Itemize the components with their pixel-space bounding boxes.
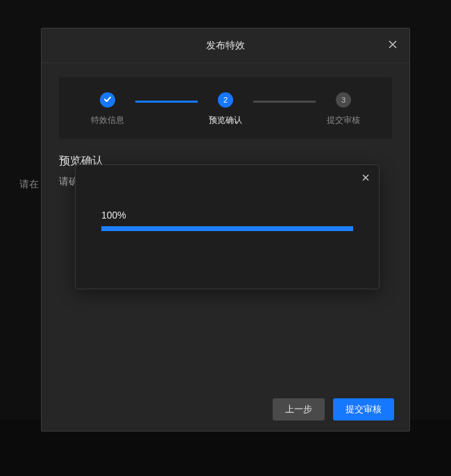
- close-icon: [361, 172, 370, 185]
- step-preview-confirm: 2 预览确认: [198, 92, 253, 126]
- step-3-circle: 3: [336, 92, 351, 108]
- progress-body: 100%: [84, 173, 371, 231]
- close-icon: [388, 40, 398, 52]
- step-2-number: 2: [223, 96, 228, 104]
- submit-review-button[interactable]: 提交审核: [333, 398, 394, 420]
- step-2-circle: 2: [218, 92, 233, 108]
- modal-footer: 上一步 提交审核: [42, 388, 409, 431]
- modal-title: 发布特效: [206, 40, 245, 52]
- modal-header: 发布特效: [42, 28, 409, 63]
- progress-modal: 100%: [75, 164, 380, 289]
- stepper: 特效信息 2 预览确认 3 提交审核: [80, 92, 371, 126]
- progress-bar: [101, 226, 353, 231]
- step-3-number: 3: [341, 96, 346, 104]
- stepper-connector-1: [135, 101, 198, 103]
- step-effect-info: 特效信息: [80, 92, 135, 126]
- progress-percent-label: 100%: [101, 210, 353, 221]
- progress-close-button[interactable]: [358, 171, 373, 186]
- close-button[interactable]: [383, 36, 402, 56]
- step-3-label: 提交审核: [327, 114, 360, 126]
- step-submit-review: 3 提交审核: [316, 92, 371, 126]
- prev-step-button[interactable]: 上一步: [273, 398, 325, 420]
- stepper-connector-2: [253, 101, 316, 103]
- step-2-label: 预览确认: [209, 114, 242, 126]
- step-1-circle: [100, 92, 115, 108]
- stepper-container: 特效信息 2 预览确认 3 提交审核: [59, 77, 392, 139]
- progress-fill: [101, 226, 353, 231]
- step-1-label: 特效信息: [91, 114, 124, 126]
- checkmark-icon: [103, 95, 112, 105]
